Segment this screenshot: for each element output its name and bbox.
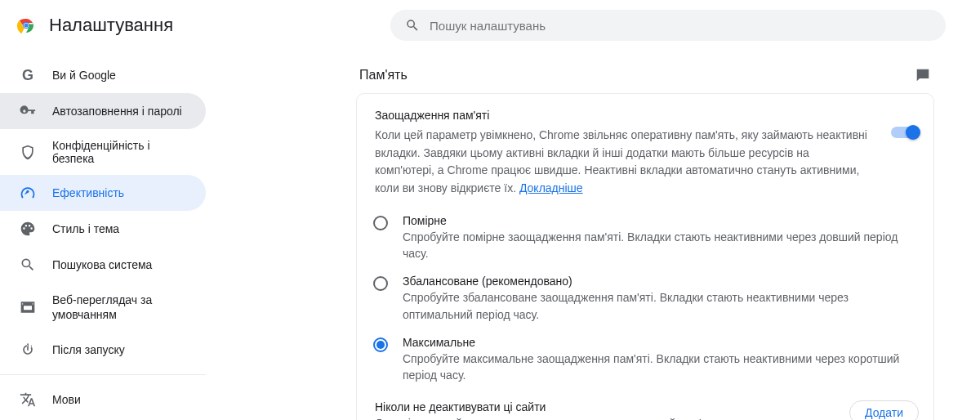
power-icon	[20, 342, 36, 358]
sidebar-item-label: Стиль і тема	[52, 222, 119, 235]
translate-icon	[20, 391, 36, 408]
toggle-knob	[906, 125, 920, 140]
speedometer-icon	[20, 185, 36, 201]
app-header: Налаштування	[0, 0, 980, 51]
never-desc: Додані вами сайти завжди залишатимуться …	[375, 417, 833, 420]
sidebar-item-appearance[interactable]: Стиль і тема	[0, 211, 206, 247]
sidebar-item-label: Ефективність	[52, 186, 124, 199]
chrome-logo-icon	[16, 16, 36, 35]
sidebar-item-label: Веб-переглядач за умовчанням	[52, 293, 194, 322]
main-content: Пам'ять Заощадження пам'яті Коли цей пар…	[343, 51, 947, 420]
radio-desc: Спробуйте помірне заощадження пам'яті. В…	[403, 229, 917, 262]
palette-icon	[20, 221, 36, 237]
add-site-button[interactable]: Додати	[849, 400, 919, 420]
radio-icon	[373, 276, 388, 291]
sidebar: G Ви й Google Автозаповнення і паролі Ко…	[0, 51, 212, 420]
never-title: Ніколи не деактивувати ці сайти	[375, 400, 833, 413]
sidebar-item-autofill[interactable]: Автозаповнення і паролі	[0, 93, 206, 129]
sidebar-item-languages[interactable]: Мови	[0, 382, 206, 418]
section-title: Пам'ять	[359, 68, 408, 83]
search-icon	[405, 18, 420, 33]
memory-saver-desc: Коли цей параметр увімкнено, Chrome звіл…	[375, 127, 871, 198]
svg-point-4	[923, 76, 924, 77]
radio-icon	[373, 216, 388, 230]
radio-label: Максимальне	[403, 336, 917, 349]
search-box[interactable]	[390, 10, 946, 41]
radio-maximum[interactable]: Максимальне Спробуйте максимальне заощад…	[373, 331, 917, 392]
never-deactivate-block: Ніколи не деактивувати ці сайти Додані в…	[357, 392, 933, 420]
sidebar-item-label: Автозаповнення і паролі	[52, 105, 182, 118]
sidebar-item-on-startup[interactable]: Після запуску	[0, 332, 206, 368]
key-icon	[20, 103, 36, 119]
svg-point-2	[24, 24, 29, 28]
sidebar-item-label: Після запуску	[52, 343, 125, 356]
radio-desc: Спробуйте максимальне заощадження пам'ят…	[403, 351, 917, 384]
page-title: Налаштування	[49, 15, 173, 36]
sidebar-item-label: Ви й Google	[52, 69, 116, 82]
memory-saver-toggle[interactable]	[891, 127, 919, 138]
google-g-icon: G	[20, 67, 36, 83]
sidebar-item-label: Конфіденційність і безпека	[52, 139, 194, 165]
sidebar-item-performance[interactable]: Ефективність	[0, 175, 206, 211]
radio-label: Помірне	[403, 214, 917, 227]
sidebar-divider	[0, 374, 206, 375]
sidebar-item-label: Мови	[52, 393, 81, 406]
memory-options-list: Помірне Спробуйте помірне заощадження па…	[357, 198, 933, 392]
memory-saver-title: Заощадження пам'яті	[375, 109, 871, 122]
memory-saver-block: Заощадження пам'яті Коли цей параметр ув…	[357, 109, 933, 198]
learn-more-link[interactable]: Докладніше	[519, 181, 583, 194]
shield-icon	[20, 144, 36, 160]
radio-label: Збалансоване (рекомендовано)	[403, 275, 917, 288]
search-icon	[20, 257, 36, 273]
radio-moderate[interactable]: Помірне Спробуйте помірне заощадження па…	[373, 209, 917, 270]
sidebar-item-label: Пошукова система	[52, 258, 152, 271]
radio-desc: Спробуйте збалансоване заощадження пам'я…	[403, 289, 917, 323]
search-input[interactable]	[430, 19, 931, 33]
section-header: Пам'ять	[356, 51, 934, 93]
browser-icon	[20, 299, 36, 315]
sidebar-item-default-browser[interactable]: Веб-переглядач за умовчанням	[0, 283, 206, 332]
sidebar-item-search-engine[interactable]: Пошукова система	[0, 247, 206, 283]
radio-balanced[interactable]: Збалансоване (рекомендовано) Спробуйте з…	[373, 270, 917, 331]
sidebar-item-you-and-google[interactable]: G Ви й Google	[0, 57, 206, 93]
radio-icon	[373, 337, 388, 352]
feedback-icon[interactable]	[915, 67, 931, 83]
memory-card: Заощадження пам'яті Коли цей параметр ув…	[356, 93, 934, 420]
search-container	[390, 10, 946, 41]
sidebar-item-privacy[interactable]: Конфіденційність і безпека	[0, 129, 206, 175]
